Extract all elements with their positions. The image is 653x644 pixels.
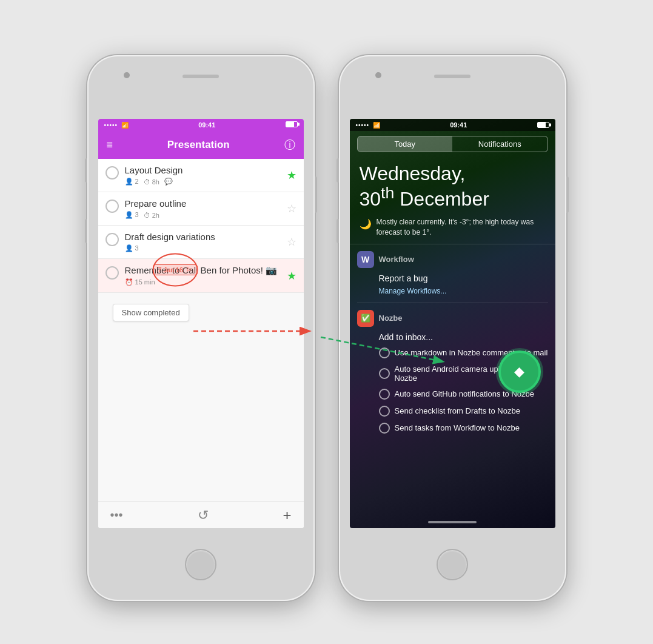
nozbe-add-inbox[interactable]: Add to inbox... [350,330,555,344]
task-checkbox[interactable] [379,347,390,358]
nozbe-app-name: Nozbe [379,314,403,323]
notif-task-row[interactable]: Send checklist from Drafts to Nozbe [350,403,555,420]
power-button [566,176,569,213]
menu-icon[interactable]: ≡ [107,139,113,152]
task-checkbox[interactable] [379,389,390,400]
info-icon[interactable]: ⓘ [284,138,295,152]
volume-down-button [85,219,87,243]
task-content: Draft design variations 👤 3 [125,232,283,252]
battery-icon [537,122,549,128]
date-badge-text: 7 Jan'16 [158,266,183,273]
show-completed-button[interactable]: Show completed [113,304,189,321]
task-title: Remember to Call Ben for Photos! 📷 [125,265,283,276]
status-time: 09:41 [450,121,467,129]
add-icon[interactable]: + [283,507,291,524]
comment-icon: 💬 [164,178,173,186]
home-button[interactable] [437,549,468,580]
home-bar [428,521,477,523]
task-text: Send tasks from Workflow to Nozbe [395,423,520,432]
task-title: Prepare outline [125,198,283,209]
status-bar: ••••• 📶 09:41 [350,119,555,131]
volume-down-button [337,219,339,243]
nozbe-section: ✅ Nozbe Add to inbox... ◆ Use markdown i… [350,303,555,440]
assignee-count: 👤 2 [125,178,139,186]
task-checkbox[interactable] [105,166,119,179]
speaker [434,75,470,78]
task-checkbox[interactable] [379,368,390,379]
phone-bottom [339,528,566,601]
weather-text: Mostly clear currently. It's -3°; the hi… [377,217,546,238]
task-item[interactable]: Layout Design 👤 2 ⏱ 8h 💬 ★ [98,159,304,192]
time-estimate: ⏱ 8h [144,178,159,186]
workflow-section: W Workflow Report a bug Manage Workflows… [350,244,555,303]
nozbe-workflow-button[interactable]: ◆ [498,351,541,393]
task-item-prepare-outline[interactable]: Prepare outline 👤 3 ⏱ 2h ☆ [98,192,304,226]
signal-dots: ••••• [104,122,118,129]
ordinal: th [381,184,394,202]
task-checkbox[interactable] [105,233,119,246]
task-title: Layout Design [125,165,283,175]
phone-ios: ••••• 📶 09:41 Today Notifications Wednes… [339,55,566,601]
weather-icon: 🌙 [360,218,372,230]
volume-up-button [337,158,339,183]
speaker [183,75,219,78]
power-button [315,176,317,213]
task-meta: 👤 3 ⏱ 2h [125,211,283,219]
refresh-icon[interactable]: ↺ [198,508,209,523]
app-title: Presentation [167,139,230,151]
task-content: Prepare outline 👤 3 ⏱ 2h [125,198,283,219]
notification-date: Wednesday, 30th December [350,157,555,213]
workflow-action-report[interactable]: Report a bug [350,271,555,286]
front-camera [124,72,130,78]
notif-task-row[interactable]: Send tasks from Workflow to Nozbe [350,420,555,437]
task-list: Layout Design 👤 2 ⏱ 8h 💬 ★ Prepare outli… [98,159,304,501]
nozbe-app-row: ✅ Nozbe [350,307,555,330]
status-time: 09:41 [198,121,215,129]
task-checkbox[interactable] [379,406,390,417]
segment-control[interactable]: Today Notifications [357,136,548,152]
volume-up-button [85,158,87,183]
task-checkbox[interactable] [379,423,390,434]
task-text: Send checklist from Drafts to Nozbe [395,406,520,415]
app-toolbar: ••• ↺ + [98,501,304,528]
task-content: Layout Design 👤 2 ⏱ 8h 💬 [125,165,283,186]
star-icon[interactable]: ★ [283,169,296,182]
home-button[interactable] [185,549,216,580]
app-header: ≡ Presentation ⓘ [98,131,304,159]
task-meta: ⏰ 15 min [125,278,283,286]
segment-today[interactable]: Today [358,136,453,152]
task-checkbox[interactable] [105,200,119,213]
task-content: Remember to Call Ben for Photos! 📷 ⏰ 15 … [125,265,283,286]
task-meta: 👤 3 [125,244,283,252]
task-item-call-ben[interactable]: Remember to Call Ben for Photos! 📷 ⏰ 15 … [98,259,304,293]
front-camera [375,72,381,78]
weather-widget: 🌙 Mostly clear currently. It's -3°; the … [350,213,555,244]
segment-notifications[interactable]: Notifications [452,136,548,152]
signal-dots: ••••• [356,122,370,129]
phone-bottom [87,528,315,601]
star-icon[interactable]: ☆ [283,235,296,249]
show-completed-container: Show completed [98,293,304,332]
nozbe-app-icon: ✅ [357,310,374,327]
date-line2: 30th December [360,184,546,210]
wifi-icon: 📶 [373,122,380,129]
star-icon[interactable]: ★ [283,269,296,283]
workflow-app-name: Workflow [379,255,414,264]
reminder-icon: ⏰ 15 min [125,278,155,286]
status-bar: ••••• 📶 09:41 [98,119,304,131]
task-title: Draft design variations [125,232,283,242]
phone-nozbe: ••••• 📶 09:41 ≡ Presentation ⓘ [87,55,315,601]
wifi-icon: 📶 [121,122,129,129]
task-item[interactable]: Draft design variations 👤 3 ☆ [98,226,304,259]
time-estimate: ⏱ 2h [144,212,159,219]
battery-icon [286,121,298,129]
task-checkbox[interactable] [105,266,119,280]
workflow-manage-link[interactable]: Manage Workflows... [350,286,555,299]
star-icon[interactable]: ☆ [283,202,296,215]
flag-icon: 🏳 [186,266,192,273]
more-icon[interactable]: ••• [110,508,123,522]
task-meta: 👤 2 ⏱ 8h 💬 [125,178,283,186]
home-indicator [350,516,555,528]
date-line1: Wednesday, [360,163,546,184]
date-badge: 7 Jan'16 🏳 [153,264,198,275]
